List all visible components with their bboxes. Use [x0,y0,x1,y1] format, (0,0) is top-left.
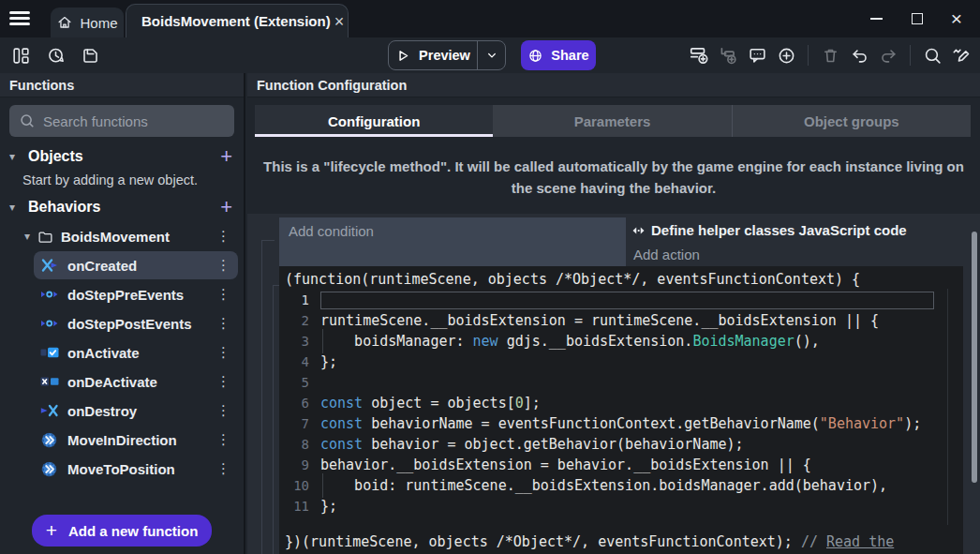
search-functions-box[interactable] [9,105,234,137]
function-label: MoveToPosition [67,461,204,477]
chevron-down-icon[interactable]: ▾ [9,150,21,163]
active-tab-label: BoidsMovement (Extension) [141,13,331,29]
add-event-icon[interactable] [688,44,710,67]
action-column: Define helper classes JavaScript code Ad… [626,217,963,266]
deactivate-icon [40,374,59,389]
function-label: MoveInDirection [67,432,204,448]
open-panels-icon[interactable] [9,44,32,67]
step-events-icon [40,287,59,302]
function-label: doStepPostEvents [67,316,204,332]
search-icon [19,112,36,129]
add-new-function-button[interactable]: + Add a new function [32,515,212,547]
delete-icon[interactable] [819,44,841,67]
function-label: onDestroy [67,403,204,419]
objects-empty-hint: Start by adding a new object. [22,172,232,187]
behavior-folder-boidsmovement[interactable]: ▾ BoidsMovement ⋮ [24,223,234,249]
toolbar: Preview Share [0,37,980,73]
function-label: onCreated [67,258,204,274]
play-icon [395,48,411,64]
js-event-label: Define helper classes JavaScript code [651,222,907,238]
window-minimize-button[interactable] [862,0,890,37]
panel-scrollbar[interactable] [972,232,977,483]
destroy-icon [40,403,59,418]
window-maximize-button[interactable] [903,0,931,37]
functions-panel: Functions ▾ Objects + Start by adding a … [0,73,245,554]
function-item-ondestroy[interactable]: onDestroy ⋮ [34,397,238,425]
redo-icon[interactable] [877,44,899,67]
folder-icon [37,230,53,244]
code-header-line: (function(runtimeScene, objects /*Object… [279,269,963,290]
event-indent-guide [273,285,279,554]
tab-home[interactable]: Home [51,7,124,37]
function-menu-icon[interactable]: ⋮ [213,402,234,419]
preview-label: Preview [419,48,470,63]
function-menu-icon[interactable]: ⋮ [213,373,234,390]
version-history-icon[interactable] [44,44,67,67]
function-label: onActivate [67,345,204,361]
step-events-icon [40,316,59,331]
share-button[interactable]: Share [521,40,596,70]
lifecycle-description: This is a "lifecycle method". It will be… [247,156,980,199]
function-configuration-title: Function Configuration [247,73,980,97]
toolbar-divider [808,45,809,66]
search-functions-input[interactable] [43,113,225,129]
function-item-moveindirection[interactable]: MoveInDirection ⋮ [34,426,238,454]
app-window: Home BoidsMovement (Extension) × × [0,0,980,554]
preview-button[interactable]: Preview [388,40,506,70]
function-menu-icon[interactable]: ⋮ [213,315,234,332]
gear-move-icon [40,461,59,477]
tab-close-icon[interactable]: × [331,11,349,32]
code-lines[interactable]: 12runtimeScene.__boidsExtension = runtim… [279,290,963,517]
behaviors-section-label: Behaviors [28,199,213,216]
function-item-dosteppostevents[interactable]: doStepPostEvents ⋮ [34,309,238,337]
search-icon[interactable] [921,44,943,67]
add-comment-icon[interactable] [746,44,768,67]
activate-icon [40,345,59,360]
function-menu-icon[interactable]: ⋮ [213,286,234,303]
add-function-label: Add a new function [68,523,198,539]
hamburger-menu-icon[interactable] [8,8,31,29]
tab-configuration[interactable]: Configuration [255,105,493,137]
add-behavior-button[interactable]: + [220,197,232,217]
js-event-header[interactable]: Define helper classes JavaScript code [626,217,963,243]
function-menu-icon[interactable]: ⋮ [213,460,234,477]
globe-icon [527,48,543,64]
behaviors-section-header[interactable]: ▾ Behaviors + [9,193,232,221]
window-close-button[interactable]: × [943,0,971,37]
add-circle-icon[interactable] [775,44,797,67]
folder-label: BoidsMovement [61,229,205,245]
tab-parameters[interactable]: Parameters [493,105,731,137]
objects-section-header[interactable]: ▾ Objects + [9,142,232,171]
function-item-oncreated[interactable]: onCreated ⋮ [34,251,238,279]
chevron-down-icon[interactable]: ▾ [9,201,21,214]
function-item-onactivate[interactable]: onActivate ⋮ [34,338,238,367]
tab-boidsmovement[interactable]: BoidsMovement (Extension) × [126,4,349,37]
home-icon [56,14,73,31]
function-item-movetoposition[interactable]: MoveToPosition ⋮ [34,455,238,483]
toolbar-divider [910,45,911,66]
add-condition-area[interactable]: Add condition [279,217,626,266]
function-item-ondeactivate[interactable]: onDeActivate ⋮ [34,367,238,396]
function-menu-icon[interactable]: ⋮ [213,257,234,274]
function-item-dostelpreevents[interactable]: doStepPreEvents ⋮ [34,280,238,308]
chevron-down-icon[interactable]: ▾ [24,230,30,243]
js-code-editor[interactable]: (function(runtimeScene, objects /*Object… [279,266,963,554]
code-footer: })(runtimeScene, objects /*Object*/, eve… [279,532,952,554]
add-object-button[interactable]: + [220,146,232,167]
gear-move-icon [40,432,59,448]
objects-section-label: Objects [28,148,213,165]
function-label: doStepPreEvents [67,287,204,303]
undo-icon[interactable] [848,44,870,67]
add-subevent-icon[interactable] [717,44,739,67]
extract-events-icon[interactable] [950,44,973,67]
function-menu-icon[interactable]: ⋮ [213,344,234,361]
function-label: onDeActivate [67,374,204,390]
add-action-area[interactable]: Add action [626,243,963,266]
function-menu-icon[interactable]: ⋮ [213,431,234,448]
preview-dropdown-button[interactable] [477,41,505,69]
save-icon[interactable] [79,44,101,67]
configuration-tabs: Configuration Parameters Object groups [255,105,971,137]
home-tab-label: Home [80,15,117,31]
tab-object-groups[interactable]: Object groups [732,105,971,137]
folder-menu-icon[interactable]: ⋮ [213,228,234,245]
